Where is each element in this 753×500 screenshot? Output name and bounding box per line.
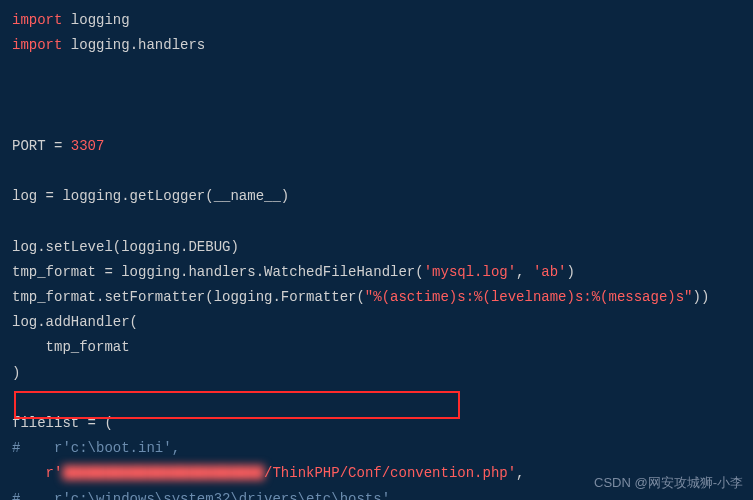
module-name: logging <box>62 12 129 28</box>
punct: )) <box>693 289 710 305</box>
comment: # r'c:\windows\system32\drivers\etc\host… <box>12 491 398 500</box>
code-line-7 <box>12 159 741 184</box>
code-line-9 <box>12 210 741 235</box>
keyword-import: import <box>12 37 62 53</box>
code-line-15: ) <box>12 361 741 386</box>
statement: ) <box>12 365 20 381</box>
string-prefix: r' <box>12 465 62 481</box>
code-line-8: log = logging.getLogger(__name__) <box>12 184 741 209</box>
statement: tmp_format = logging.handlers.WatchedFil… <box>12 264 424 280</box>
code-line-3 <box>12 58 741 83</box>
code-line-1: import logging <box>12 8 741 33</box>
code-line-10: log.setLevel(logging.DEBUG) <box>12 235 741 260</box>
code-line-14: tmp_format <box>12 335 741 360</box>
statement: filelist = ( <box>12 415 113 431</box>
string-literal: 'mysql.log' <box>424 264 516 280</box>
code-line-18: # r'c:\boot.ini', <box>12 436 741 461</box>
string-literal: "%(asctime)s:%(levelname)s:%(message)s" <box>365 289 693 305</box>
assignment: PORT = <box>12 138 71 154</box>
string-literal: /ThinkPHP/Conf/convention.php' <box>264 465 516 481</box>
code-line-16 <box>12 386 741 411</box>
statement: tmp_format.setFormatter(logging.Formatte… <box>12 289 365 305</box>
code-line-5 <box>12 109 741 134</box>
string-literal: 'ab' <box>533 264 567 280</box>
code-line-13: log.addHandler( <box>12 310 741 335</box>
module-name: logging.handlers <box>62 37 205 53</box>
watermark-text: CSDN @网安攻城狮-小李 <box>594 471 743 494</box>
punct: ) <box>567 264 575 280</box>
statement: tmp_format <box>12 339 130 355</box>
statement: log.addHandler( <box>12 314 138 330</box>
statement: log = logging.getLogger(__name__) <box>12 188 289 204</box>
punct: , <box>516 264 533 280</box>
code-line-6: PORT = 3307 <box>12 134 741 159</box>
statement: log.setLevel(logging.DEBUG) <box>12 239 239 255</box>
code-line-11: tmp_format = logging.handlers.WatchedFil… <box>12 260 741 285</box>
keyword-import: import <box>12 12 62 28</box>
code-line-12: tmp_format.setFormatter(logging.Formatte… <box>12 285 741 310</box>
punct: , <box>516 465 524 481</box>
number-literal: 3307 <box>71 138 105 154</box>
code-line-4 <box>12 84 741 109</box>
code-line-2: import logging.handlers <box>12 33 741 58</box>
comment: # r'c:\boot.ini', <box>12 440 180 456</box>
code-line-17: filelist = ( <box>12 411 741 436</box>
redacted-text: ████████████████████████ <box>62 465 264 481</box>
